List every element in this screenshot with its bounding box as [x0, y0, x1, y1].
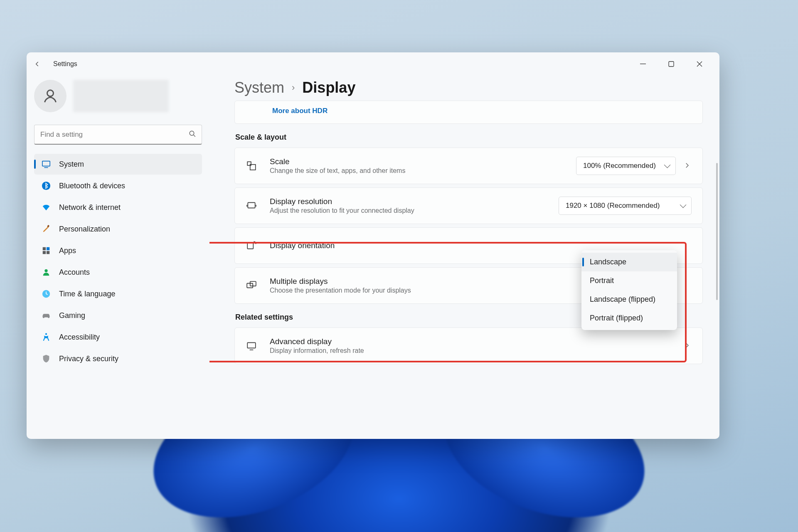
sidebar: System Bluetooth & devices Network & int… [27, 76, 209, 439]
back-button[interactable] [32, 59, 42, 69]
apps-icon [42, 246, 51, 255]
row-title: Display orientation [270, 241, 692, 250]
title-bar: Settings [27, 52, 719, 76]
system-icon [42, 160, 51, 169]
breadcrumb: System › Display [234, 79, 703, 96]
dropdown-option-portrait[interactable]: Portrait [581, 271, 677, 290]
person-icon [42, 268, 51, 277]
svg-rect-7 [43, 247, 46, 250]
hdr-card[interactable]: More about HDR [234, 101, 703, 124]
user-profile[interactable] [34, 80, 202, 112]
monitor-icon [246, 340, 257, 352]
maximize-button[interactable] [665, 58, 677, 70]
svg-rect-10 [47, 251, 49, 254]
svg-rect-0 [640, 64, 646, 64]
resolution-icon [246, 200, 257, 212]
dropdown-option-landscape-flipped[interactable]: Landscape (flipped) [581, 290, 677, 309]
nav-system[interactable]: System [34, 154, 202, 175]
multiple-displays-icon [246, 280, 257, 291]
dropdown-option-landscape[interactable]: Landscape [581, 253, 677, 271]
gamepad-icon [42, 311, 51, 320]
svg-rect-14 [247, 162, 251, 165]
nav-accounts[interactable]: Accounts [34, 262, 202, 283]
svg-point-2 [47, 90, 54, 96]
row-title: Display resolution [270, 197, 559, 206]
brush-icon [42, 224, 51, 234]
nav-label: Gaming [59, 311, 85, 320]
nav-gaming[interactable]: Gaming [34, 305, 202, 326]
dropdown-option-portrait-flipped[interactable]: Portrait (flipped) [581, 309, 677, 328]
search-icon [189, 130, 196, 139]
nav-time-language[interactable]: Time & language [34, 283, 202, 304]
svg-rect-20 [247, 342, 256, 348]
section-scale-layout: Scale & layout [235, 133, 703, 142]
user-name-redacted [73, 80, 169, 112]
row-subtitle: Change the size of text, apps, and other… [270, 167, 576, 175]
scale-select[interactable]: 100% (Recommended) [576, 157, 676, 175]
advanced-display-row[interactable]: Advanced display Display information, re… [234, 328, 703, 364]
scale-icon [246, 160, 257, 172]
search-input[interactable] [34, 125, 202, 145]
nav-label: Bluetooth & devices [59, 182, 125, 190]
nav-privacy[interactable]: Privacy & security [34, 348, 202, 369]
nav-label: Apps [59, 246, 76, 255]
search-box[interactable] [34, 125, 202, 145]
row-subtitle: Display information, refresh rate [270, 347, 683, 355]
scrollbar[interactable] [716, 163, 718, 300]
nav-label: Privacy & security [59, 355, 118, 363]
nav-apps[interactable]: Apps [34, 240, 202, 261]
shield-icon [42, 354, 51, 363]
nav-accessibility[interactable]: Accessibility [34, 327, 202, 347]
settings-window: Settings [27, 52, 719, 439]
nav-label: Network & internet [59, 203, 121, 212]
svg-rect-4 [42, 161, 50, 166]
row-title: Scale [270, 157, 576, 166]
svg-rect-9 [43, 251, 46, 254]
nav-label: Time & language [59, 290, 115, 298]
chevron-right-icon[interactable] [683, 162, 692, 170]
clock-globe-icon [42, 289, 51, 298]
hdr-more-link[interactable]: More about HDR [235, 101, 702, 123]
minimize-button[interactable] [637, 58, 649, 70]
nav-label: Accounts [59, 268, 90, 277]
row-title: Advanced display [270, 337, 683, 346]
row-subtitle: Adjust the resolution to fit your connec… [270, 207, 559, 214]
nav-label: Accessibility [59, 333, 100, 342]
window-title: Settings [53, 60, 77, 68]
breadcrumb-current: Display [302, 79, 355, 96]
avatar [34, 80, 66, 112]
nav-list: System Bluetooth & devices Network & int… [34, 154, 202, 369]
resolution-row[interactable]: Display resolution Adjust the resolution… [234, 187, 703, 224]
nav-personalization[interactable]: Personalization [34, 219, 202, 239]
svg-rect-17 [247, 243, 253, 249]
svg-point-11 [44, 269, 47, 272]
nav-label: System [59, 160, 84, 169]
chevron-right-icon[interactable] [683, 342, 692, 350]
scale-row[interactable]: Scale Change the size of text, apps, and… [234, 148, 703, 184]
main-content: System › Display More about HDR Scale & … [209, 76, 719, 439]
close-button[interactable] [694, 58, 705, 70]
resolution-select[interactable]: 1920 × 1080 (Recommended) [559, 197, 692, 215]
svg-rect-1 [669, 62, 674, 66]
nav-network[interactable]: Network & internet [34, 197, 202, 218]
svg-point-3 [190, 131, 194, 135]
orientation-dropdown: Landscape Portrait Landscape (flipped) P… [581, 250, 677, 330]
svg-rect-16 [248, 202, 255, 208]
svg-rect-8 [47, 247, 49, 250]
nav-bluetooth[interactable]: Bluetooth & devices [34, 175, 202, 196]
wifi-icon [42, 203, 51, 212]
breadcrumb-parent[interactable]: System [234, 79, 284, 96]
nav-label: Personalization [59, 225, 110, 234]
orientation-icon [246, 240, 257, 251]
accessibility-icon [42, 332, 51, 342]
bluetooth-icon [42, 181, 51, 190]
svg-point-13 [45, 333, 47, 335]
chevron-right-icon: › [292, 82, 295, 93]
